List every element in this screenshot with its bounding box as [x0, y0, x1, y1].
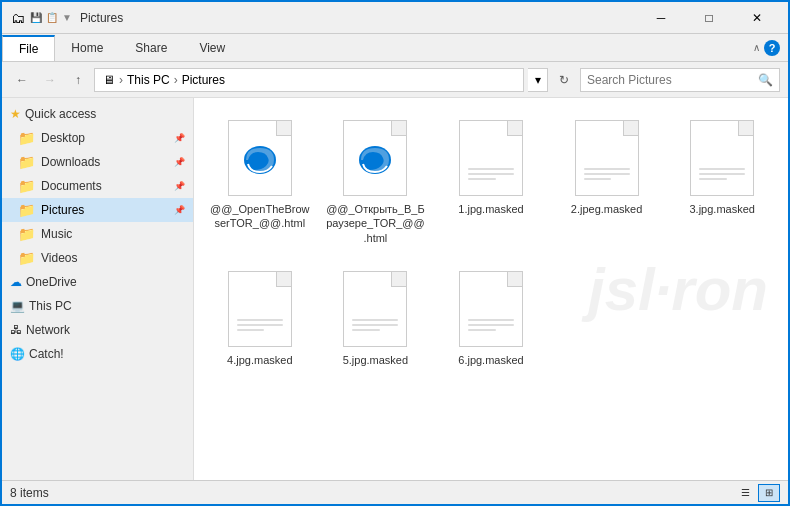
doc-icon-7 — [343, 271, 407, 347]
file-item-6[interactable]: 4.jpg.masked — [206, 261, 314, 375]
window-controls: ─ □ ✕ — [638, 2, 780, 34]
edge-svg-1 — [240, 138, 280, 178]
file-icon-2 — [339, 118, 411, 198]
file-name-4: 2.jpeg.masked — [571, 202, 643, 216]
doc-lines-5 — [699, 168, 745, 183]
doc-line — [352, 319, 398, 321]
quick-access-header[interactable]: ★ Quick access — [2, 102, 193, 126]
quick-access-icon1: 💾 — [30, 12, 42, 23]
path-dropdown[interactable]: ▾ — [528, 68, 548, 92]
back-button[interactable]: ← — [10, 68, 34, 92]
doc-lines-7 — [352, 319, 398, 334]
file-name-6: 4.jpg.masked — [227, 353, 292, 367]
view-buttons: ☰ ⊞ — [734, 484, 780, 502]
file-icon-5 — [686, 118, 758, 198]
file-item-5[interactable]: 3.jpg.masked — [668, 110, 776, 253]
thispc-header[interactable]: 💻 This PC — [2, 294, 193, 318]
doc-lines-3 — [468, 168, 514, 183]
file-name-2: @@_Открыть_В_Браузере_TOR_@@.html — [326, 202, 426, 245]
file-item-3[interactable]: 1.jpg.masked — [437, 110, 545, 253]
tab-share[interactable]: Share — [119, 34, 183, 61]
file-icon-4 — [571, 118, 643, 198]
pin-icon-downloads: 📌 — [174, 157, 185, 167]
quick-access-icon2: 📋 — [46, 12, 58, 23]
address-path[interactable]: 🖥 › This PC › Pictures — [94, 68, 524, 92]
file-item-4[interactable]: 2.jpeg.masked — [553, 110, 661, 253]
doc-lines-8 — [468, 319, 514, 334]
content-area: jsl·ron @@_OpenTheBrowserTOR_@@.ht — [194, 98, 788, 480]
title-bar: 🗂 💾 📋 ▼ Pictures ─ □ ✕ — [2, 2, 788, 34]
onedrive-label: OneDrive — [26, 275, 77, 289]
file-name-5: 3.jpg.masked — [689, 202, 754, 216]
desktop-label: Desktop — [41, 131, 85, 145]
minimize-button[interactable]: ─ — [638, 2, 684, 34]
doc-line — [237, 319, 283, 321]
thispc-icon: 💻 — [10, 299, 25, 313]
file-item-8[interactable]: 6.jpg.masked — [437, 261, 545, 375]
sidebar-item-music[interactable]: 📁 Music — [2, 222, 193, 246]
explorer-window: 🗂 💾 📋 ▼ Pictures ─ □ ✕ File Home Share V… — [0, 0, 790, 506]
path-part-thispc: This PC — [127, 73, 170, 87]
music-label: Music — [41, 227, 72, 241]
catch-header[interactable]: 🌐 Catch! — [2, 342, 193, 366]
pictures-folder-icon: 📁 — [18, 202, 35, 218]
maximize-button[interactable]: □ — [686, 2, 732, 34]
up-button[interactable]: ↑ — [66, 68, 90, 92]
sidebar-item-documents[interactable]: 📁 Documents 📌 — [2, 174, 193, 198]
quick-access-label: Quick access — [25, 107, 96, 121]
pictures-label: Pictures — [41, 203, 84, 217]
doc-line — [468, 324, 514, 326]
file-item-2[interactable]: @@_Открыть_В_Браузере_TOR_@@.html — [322, 110, 430, 253]
doc-line — [584, 173, 630, 175]
edge-svg-2 — [355, 138, 395, 178]
doc-icon-5 — [690, 120, 754, 196]
sidebar-item-videos[interactable]: 📁 Videos — [2, 246, 193, 270]
sidebar-item-pictures[interactable]: 📁 Pictures 📌 — [2, 198, 193, 222]
doc-icon-4 — [575, 120, 639, 196]
onedrive-header[interactable]: ☁ OneDrive — [2, 270, 193, 294]
file-name-8: 6.jpg.masked — [458, 353, 523, 367]
doc-icon-6 — [228, 271, 292, 347]
videos-folder-icon: 📁 — [18, 250, 35, 266]
doc-lines-4 — [584, 168, 630, 183]
tab-home[interactable]: Home — [55, 34, 119, 61]
file-icon-8 — [455, 269, 527, 349]
search-input[interactable] — [587, 73, 758, 87]
downloads-folder-icon: 📁 — [18, 154, 35, 170]
ribbon-tabs: File Home Share View ∧ ? — [2, 34, 788, 62]
edge-html-icon-2 — [343, 120, 407, 196]
sidebar-item-downloads[interactable]: 📁 Downloads 📌 — [2, 150, 193, 174]
forward-button[interactable]: → — [38, 68, 62, 92]
network-header[interactable]: 🖧 Network — [2, 318, 193, 342]
pin-icon-documents: 📌 — [174, 181, 185, 191]
documents-folder-icon: 📁 — [18, 178, 35, 194]
status-bar: 8 items ☰ ⊞ — [2, 480, 788, 504]
tab-view[interactable]: View — [183, 34, 241, 61]
doc-line — [468, 178, 496, 180]
search-box: 🔍 — [580, 68, 780, 92]
file-item-7[interactable]: 5.jpg.masked — [322, 261, 430, 375]
title-bar-icons: 🗂 💾 📋 ▼ — [10, 10, 72, 26]
doc-line — [468, 173, 514, 175]
file-item-1[interactable]: @@_OpenTheBrowserTOR_@@.html — [206, 110, 314, 253]
sidebar: ★ Quick access 📁 Desktop 📌 📁 Downloads 📌… — [2, 98, 194, 480]
doc-line — [352, 324, 398, 326]
file-icon-7 — [339, 269, 411, 349]
help-icon[interactable]: ? — [764, 40, 780, 56]
refresh-button[interactable]: ↻ — [552, 68, 576, 92]
collapse-ribbon-icon[interactable]: ∧ — [753, 42, 760, 53]
sidebar-item-desktop[interactable]: 📁 Desktop 📌 — [2, 126, 193, 150]
grid-view-button[interactable]: ⊞ — [758, 484, 780, 502]
doc-icon-3 — [459, 120, 523, 196]
file-name-1: @@_OpenTheBrowserTOR_@@.html — [210, 202, 310, 231]
file-name-3: 1.jpg.masked — [458, 202, 523, 216]
star-icon: ★ — [10, 107, 21, 121]
downloads-label: Downloads — [41, 155, 100, 169]
main-area: ★ Quick access 📁 Desktop 📌 📁 Downloads 📌… — [2, 98, 788, 480]
close-button[interactable]: ✕ — [734, 2, 780, 34]
quick-access-icon3: ▼ — [62, 12, 72, 23]
network-label: Network — [26, 323, 70, 337]
list-view-button[interactable]: ☰ — [734, 484, 756, 502]
tab-file[interactable]: File — [2, 35, 55, 61]
address-bar: ← → ↑ 🖥 › This PC › Pictures ▾ ↻ 🔍 — [2, 62, 788, 98]
